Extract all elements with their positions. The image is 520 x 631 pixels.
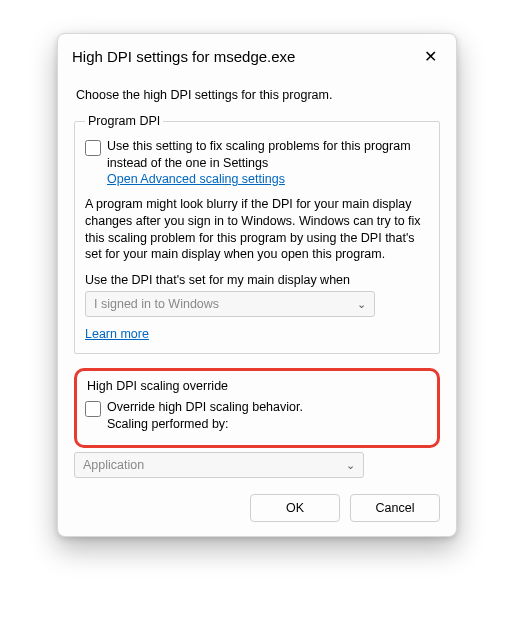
program-dpi-legend: Program DPI	[85, 114, 163, 128]
chevron-down-icon: ⌄	[357, 296, 366, 312]
use-dpi-label: Use the DPI that's set for my main displ…	[85, 273, 429, 287]
scaling-by-value: Application	[83, 458, 144, 472]
override-highlight: High DPI scaling override Override high …	[74, 368, 440, 448]
scaling-by-select[interactable]: Application ⌄	[74, 452, 364, 478]
dialog-body: Choose the high DPI settings for this pr…	[58, 76, 456, 536]
program-dpi-group: Program DPI Use this setting to fix scal…	[74, 114, 440, 354]
cancel-button[interactable]: Cancel	[350, 494, 440, 522]
titlebar: High DPI settings for msedge.exe ✕	[58, 34, 456, 76]
fix-scaling-row: Use this setting to fix scaling problems…	[85, 138, 429, 186]
fix-scaling-checkbox[interactable]	[85, 140, 101, 156]
override-legend: High DPI scaling override	[87, 379, 429, 393]
intro-text: Choose the high DPI settings for this pr…	[76, 88, 440, 102]
override-label-2: Scaling performed by:	[107, 416, 303, 433]
signin-select-wrap: I signed in to Windows ⌄	[85, 291, 375, 317]
signin-select[interactable]: I signed in to Windows ⌄	[85, 291, 375, 317]
override-row: Override high DPI scaling behavior. Scal…	[85, 399, 429, 433]
fix-scaling-labels: Use this setting to fix scaling problems…	[107, 138, 429, 186]
override-label-1: Override high DPI scaling behavior.	[107, 399, 303, 416]
signin-select-value: I signed in to Windows	[94, 297, 219, 311]
ok-button[interactable]: OK	[250, 494, 340, 522]
high-dpi-dialog: High DPI settings for msedge.exe ✕ Choos…	[57, 33, 457, 537]
dialog-title: High DPI settings for msedge.exe	[72, 48, 295, 65]
fix-scaling-label: Use this setting to fix scaling problems…	[107, 138, 429, 172]
override-checkbox[interactable]	[85, 401, 101, 417]
blurb-text: A program might look blurry if the DPI f…	[85, 196, 429, 264]
close-button[interactable]: ✕	[418, 44, 442, 68]
buttons-row: OK Cancel	[74, 494, 440, 522]
chevron-down-icon: ⌄	[346, 457, 355, 473]
override-labels: Override high DPI scaling behavior. Scal…	[107, 399, 303, 433]
scaling-by-select-wrap: Application ⌄	[74, 452, 364, 478]
open-advanced-scaling-link[interactable]: Open Advanced scaling settings	[107, 172, 285, 186]
learn-more-link[interactable]: Learn more	[85, 327, 149, 341]
close-icon: ✕	[424, 47, 437, 66]
